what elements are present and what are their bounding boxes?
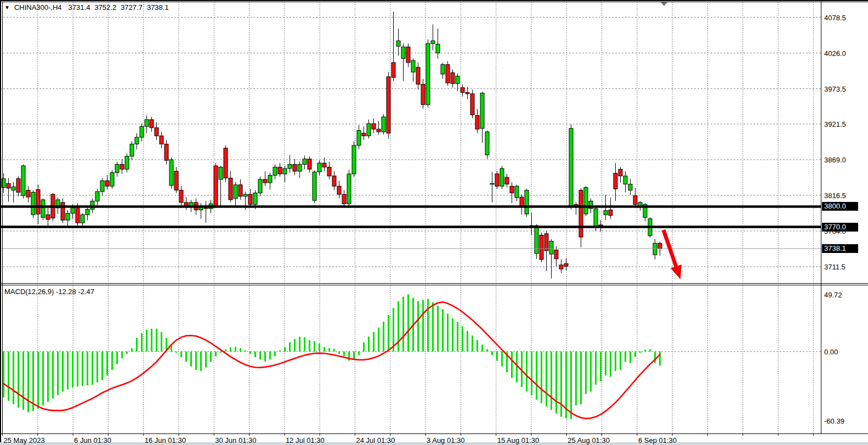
candle[interactable]: [475, 116, 479, 129]
candle[interactable]: [382, 117, 385, 132]
candle[interactable]: [313, 172, 316, 200]
candle[interactable]: [100, 181, 104, 191]
candle[interactable]: [495, 174, 499, 186]
candle[interactable]: [421, 85, 425, 105]
candle[interactable]: [76, 208, 80, 223]
candle[interactable]: [234, 185, 237, 199]
candle[interactable]: [224, 148, 228, 178]
candle[interactable]: [584, 188, 588, 214]
candle[interactable]: [554, 250, 558, 259]
candle[interactable]: [298, 165, 302, 171]
candle[interactable]: [456, 76, 459, 84]
candle[interactable]: [392, 63, 395, 77]
candle[interactable]: [549, 241, 553, 255]
candle[interactable]: [436, 44, 440, 53]
candle[interactable]: [342, 194, 346, 204]
candle[interactable]: [540, 235, 543, 260]
candle[interactable]: [239, 185, 242, 196]
candle[interactable]: [120, 165, 124, 170]
candle[interactable]: [658, 243, 662, 249]
candle[interactable]: [406, 47, 410, 62]
candle[interactable]: [174, 171, 178, 190]
candle[interactable]: [604, 211, 608, 215]
candle[interactable]: [317, 163, 321, 172]
candle[interactable]: [268, 175, 272, 183]
candle[interactable]: [95, 191, 99, 201]
candle[interactable]: [594, 209, 598, 226]
candle[interactable]: [243, 194, 247, 196]
candle[interactable]: [115, 165, 119, 173]
candle[interactable]: [7, 183, 10, 188]
candle[interactable]: [515, 186, 519, 198]
candle[interactable]: [470, 94, 474, 115]
candle[interactable]: [362, 133, 366, 136]
candle[interactable]: [169, 160, 173, 185]
candle[interactable]: [332, 176, 336, 187]
candle[interactable]: [90, 201, 94, 209]
candle[interactable]: [283, 168, 287, 174]
candle[interactable]: [352, 145, 356, 174]
candle[interactable]: [520, 197, 524, 206]
candle[interactable]: [36, 189, 40, 214]
candle[interactable]: [619, 169, 622, 176]
candle[interactable]: [490, 183, 494, 184]
candle[interactable]: [293, 165, 297, 171]
candle[interactable]: [145, 120, 149, 126]
candle[interactable]: [510, 186, 514, 193]
candle[interactable]: [416, 67, 420, 85]
candle[interactable]: [31, 192, 35, 215]
candle[interactable]: [623, 176, 627, 184]
candle[interactable]: [461, 88, 464, 93]
candle[interactable]: [451, 73, 455, 84]
candle[interactable]: [347, 174, 351, 204]
candle[interactable]: [396, 41, 400, 46]
candle[interactable]: [535, 226, 538, 254]
candle[interactable]: [579, 190, 583, 237]
candle[interactable]: [446, 65, 450, 83]
candle[interactable]: [387, 77, 390, 133]
candle[interactable]: [327, 167, 331, 176]
candle[interactable]: [130, 144, 134, 156]
candle[interactable]: [125, 156, 129, 170]
candle[interactable]: [441, 65, 445, 74]
candle[interactable]: [86, 209, 89, 215]
candle[interactable]: [633, 196, 637, 205]
candle[interactable]: [569, 128, 573, 206]
candle[interactable]: [322, 163, 326, 167]
candle[interactable]: [26, 190, 30, 197]
candle[interactable]: [248, 194, 252, 205]
candle[interactable]: [303, 159, 307, 165]
candle[interactable]: [367, 123, 371, 136]
candle[interactable]: [135, 137, 139, 144]
symbol-dropdown-icon[interactable]: ▼: [4, 4, 10, 10]
candle[interactable]: [105, 181, 109, 186]
candle[interactable]: [628, 184, 632, 190]
candle[interactable]: [179, 190, 183, 202]
candle[interactable]: [401, 47, 405, 58]
candle[interactable]: [61, 202, 65, 220]
candle[interactable]: [559, 265, 563, 269]
candle[interactable]: [614, 173, 617, 189]
candle[interactable]: [288, 165, 292, 168]
candle[interactable]: [160, 136, 163, 144]
candle[interactable]: [16, 179, 20, 193]
candle[interactable]: [377, 129, 381, 132]
candle[interactable]: [71, 208, 75, 213]
candle[interactable]: [564, 263, 568, 266]
candle[interactable]: [12, 187, 15, 190]
candle[interactable]: [258, 179, 262, 193]
candle[interactable]: [485, 132, 489, 155]
candle[interactable]: [150, 120, 154, 128]
candle[interactable]: [466, 92, 469, 93]
candle[interactable]: [653, 243, 657, 255]
candle[interactable]: [219, 167, 223, 179]
candle[interactable]: [525, 190, 529, 214]
candle[interactable]: [41, 200, 45, 217]
candle[interactable]: [214, 166, 218, 206]
candle[interactable]: [609, 210, 612, 216]
candle[interactable]: [81, 215, 84, 223]
candle[interactable]: [337, 186, 341, 194]
candle[interactable]: [21, 166, 25, 195]
chart-canvas[interactable]: [0, 0, 868, 445]
candle[interactable]: [278, 167, 282, 174]
